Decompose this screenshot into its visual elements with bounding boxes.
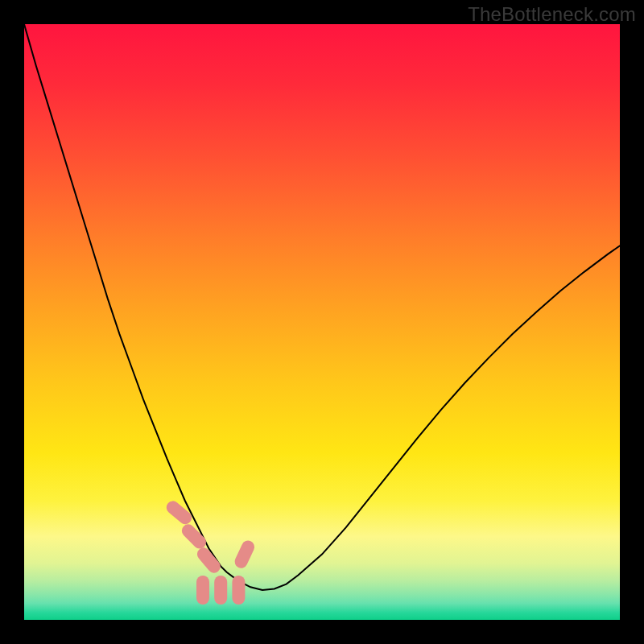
chart-container: TheBottleneck.com bbox=[0, 0, 644, 644]
chart-svg bbox=[24, 24, 620, 620]
svg-rect-3 bbox=[196, 576, 209, 605]
plot-area bbox=[24, 24, 620, 620]
gradient-background bbox=[24, 24, 620, 620]
marker-capsule bbox=[214, 576, 227, 605]
watermark-text: TheBottleneck.com bbox=[468, 3, 636, 26]
marker-capsule bbox=[232, 576, 245, 605]
svg-rect-4 bbox=[214, 576, 227, 605]
marker-capsule bbox=[196, 576, 209, 605]
svg-rect-5 bbox=[232, 576, 245, 605]
